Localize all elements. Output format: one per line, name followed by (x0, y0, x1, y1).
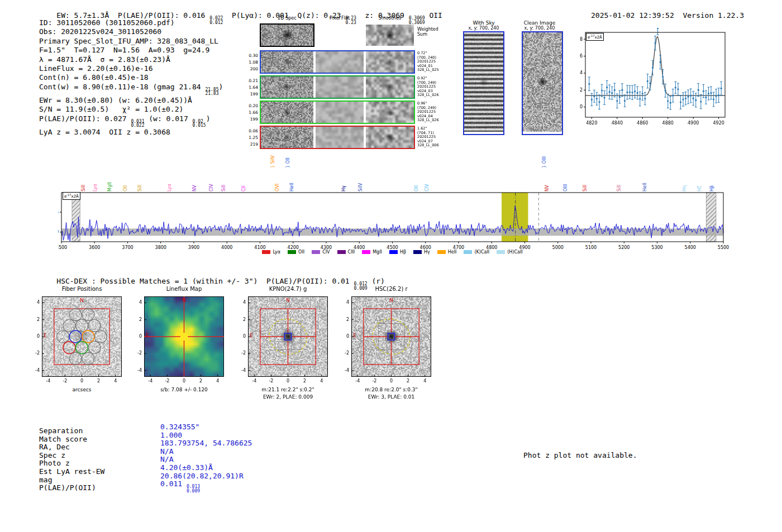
legend-label: MgII (373, 250, 382, 255)
legend-item: (H)CaII (497, 250, 522, 255)
data-point (657, 28, 659, 29)
fiber-circle (69, 309, 82, 321)
spectrum-legend: LyαOIICIVCIIIMgIIHβHγHeII(K)CaII(H)CaII (61, 250, 723, 255)
pixel-flat-image (316, 25, 364, 46)
emission-line-label: CIV (209, 184, 214, 191)
emission-line-label: OII (414, 185, 419, 191)
data-point (624, 100, 626, 102)
data-point (703, 90, 704, 92)
legend-item: MgII (362, 250, 382, 255)
compass-east-label: E (353, 333, 356, 338)
legend-label: (K)CaII (474, 250, 489, 255)
line-fit-plot: 48204840486048804900492002468 (575, 28, 743, 134)
panel-xlabel: m:20.8 re:2.0" s:0.3" (337, 387, 445, 392)
data-point (654, 42, 656, 44)
data-point (665, 90, 666, 92)
y-tick-label: 0 (580, 104, 583, 109)
data-point (670, 102, 671, 104)
pixel-flat-image (316, 51, 364, 73)
y-tick-label: -2 (237, 351, 246, 356)
y-tick-label: 0 (237, 334, 246, 339)
catalog-position-box (284, 333, 291, 340)
legend-item: Lyα (262, 250, 280, 255)
legend-swatch (464, 250, 472, 254)
x-tick-label: 4860 (637, 121, 648, 126)
fiber-positions-panel: Fiber Positions arcsecs -4-4-2-2002244NE (42, 296, 122, 377)
spec2d-row (260, 50, 415, 74)
info-line-sn: S/N = 11.9(±0.5) χ² = 1.0(±0.2) (39, 105, 223, 114)
weighted-sum-label: Weighted Sum (417, 27, 448, 37)
emission-line-label: CII (241, 186, 246, 191)
data-point (705, 97, 707, 98)
data-point (611, 92, 613, 94)
data-point (652, 67, 654, 69)
spec2d-image (261, 76, 313, 98)
info-line-obs: Obs: 20201225v024_3011052060 (39, 27, 223, 36)
emission-line-label: OII (123, 185, 128, 191)
fiber-circle (82, 330, 94, 343)
data-point (647, 80, 649, 82)
y-tick-label: -4 (340, 368, 349, 373)
fiber-circle (57, 330, 69, 343)
data-point (606, 87, 608, 88)
y-tick-label: 5 (58, 210, 59, 215)
x-tick-label: 4 (418, 378, 432, 384)
clean-image-panel (522, 31, 563, 135)
x-tick-label: -2 (264, 378, 278, 384)
legend-swatch (437, 250, 446, 254)
legend-label: OII (298, 250, 304, 255)
fiber-positions-overlay (42, 296, 122, 377)
version-label: Version 1.22.3 (683, 11, 744, 20)
legend-item: CIII (337, 250, 355, 255)
fiber-annotation: 1.62" (704, 71) 20201225 v024_07 328_LL_… (417, 127, 448, 148)
fiber-annotation: 0.72" (700, 240) 20201225 v024_01 328_LL… (417, 51, 448, 73)
spectrum-line (61, 206, 723, 242)
data-point (667, 100, 669, 102)
data-point (621, 89, 623, 91)
legend-swatch (413, 250, 422, 254)
x-tick-label: 4 (315, 378, 328, 384)
x-tick-label: -2 (58, 378, 71, 384)
lineflux-map-panel: Lineflux Map s/b: 7.08 +/- 0.120 -4-4-2-… (144, 296, 224, 377)
panel-xlabel: m:21.1 re:2.2" s:0.2" (234, 387, 342, 392)
info-line-redshifts: LyA z = 3.0074 OII z = 0.3068 (39, 128, 223, 137)
x-tick-label: -4 (144, 378, 157, 384)
data-point (685, 98, 686, 99)
emission-line-label: Lyα (93, 184, 98, 191)
legend-item: OII (288, 250, 304, 255)
smoothed-image (366, 51, 414, 73)
y-tick-label: 4 (237, 300, 246, 305)
data-point (644, 98, 646, 99)
y-tick-label: 0 (133, 334, 142, 339)
x-tick-label: -4 (247, 378, 261, 384)
table-row: mag20.86(20.82,20.91)R (39, 476, 252, 485)
spec2d-row (260, 75, 415, 99)
fiber-circle (82, 309, 94, 321)
data-point (593, 95, 595, 97)
fiber-weights: 0.20 1.66 199 (247, 103, 258, 123)
data-point (639, 98, 641, 99)
data-point (682, 98, 684, 100)
emission-line-label: SiII (137, 185, 142, 191)
pixel-flat-image (316, 102, 364, 123)
legend-swatch (288, 250, 296, 254)
y-tick-label: 0 (58, 229, 59, 234)
emission-line-label: Hη (682, 185, 687, 191)
fiber-weights: 0.06 1.25 219 (247, 128, 258, 148)
legend-label: Hβ (400, 250, 406, 255)
emission-line-label: } OIII (542, 156, 547, 168)
data-point (672, 95, 674, 97)
x-tick-label: -2 (368, 378, 381, 384)
with-sky-panel (463, 31, 504, 135)
pixel-flat-image (316, 76, 364, 98)
fiber-circle (63, 342, 75, 354)
error-band (61, 228, 723, 236)
emission-line-label: } SiIV (270, 155, 275, 168)
compass-north-label: N (286, 298, 290, 303)
data-point (721, 88, 722, 89)
x-tick-label: 2 (298, 378, 312, 384)
hsc-r-overlay (351, 296, 431, 377)
y-tick-label: 2 (237, 317, 246, 322)
y-tick-label: 2 (580, 88, 583, 93)
table-row: P(LAE)/P(OII)0.011 0.0130.009 (39, 484, 252, 492)
